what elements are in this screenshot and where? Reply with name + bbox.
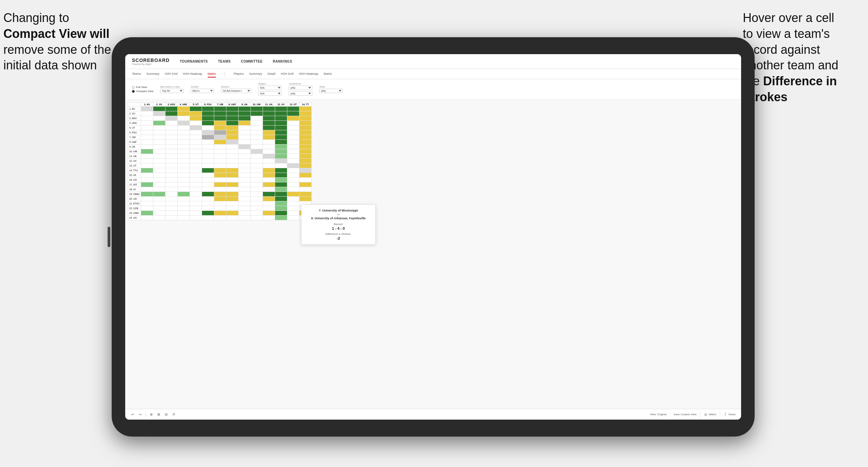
matrix-cell-8-0[interactable]: [141, 144, 153, 149]
matrix-cell-19-4[interactable]: [190, 197, 202, 201]
matrix-cell-6-7[interactable]: [226, 135, 238, 140]
matrix-cell-7-4[interactable]: [190, 140, 202, 144]
matrix-cell-15-13[interactable]: [299, 178, 311, 182]
matrix-cell-6-9[interactable]: [250, 135, 263, 140]
matrix-cell-22-7[interactable]: [226, 211, 238, 216]
conf-select1[interactable]: (All): [289, 86, 312, 90]
matrix-cell-13-13[interactable]: [299, 168, 311, 173]
matrix-cell-10-6[interactable]: [214, 154, 226, 159]
matrix-cell-21-5[interactable]: [202, 206, 214, 211]
matrix-cell-8-8[interactable]: [238, 144, 250, 149]
matrix-cell-10-1[interactable]: [153, 154, 165, 159]
matrix-cell-17-3[interactable]: [177, 187, 190, 192]
matrix-cell-9-6[interactable]: [214, 149, 226, 154]
matrix-cell-3-11[interactable]: [275, 121, 287, 126]
matrix-cell-21-6[interactable]: [214, 206, 226, 211]
matrix-cell-1-11[interactable]: [275, 111, 287, 116]
matrix-cell-9-1[interactable]: [153, 149, 165, 154]
matrix-cell-2-8[interactable]: [238, 116, 250, 121]
matrix-cell-13-9[interactable]: [250, 168, 263, 173]
matrix-cell-15-3[interactable]: [177, 178, 190, 182]
matrix-cell-16-7[interactable]: [226, 182, 238, 187]
watch-button[interactable]: ◎ Watch: [704, 413, 716, 417]
matrix-cell-19-6[interactable]: [214, 197, 226, 201]
matrix-cell-13-12[interactable]: [287, 168, 299, 173]
matrix-cell-3-3[interactable]: [177, 121, 190, 126]
matrix-cell-12-13[interactable]: [299, 163, 311, 168]
matrix-cell-14-12[interactable]: [287, 173, 299, 178]
matrix-cell-10-0[interactable]: [141, 154, 153, 159]
matrix-cell-9-5[interactable]: [202, 149, 214, 154]
matrix-cell-2-3[interactable]: [177, 116, 190, 121]
matrix-cell-17-4[interactable]: [190, 187, 202, 192]
matrix-cell-18-13[interactable]: [299, 192, 311, 197]
matrix-cell-17-9[interactable]: [250, 187, 263, 192]
matrix-cell-18-0[interactable]: [141, 192, 153, 197]
matrix-cell-5-5[interactable]: [202, 130, 214, 135]
matrix-cell-14-1[interactable]: [153, 173, 165, 178]
nav-committee[interactable]: COMMITTEE: [241, 58, 263, 65]
matrix-cell-3-0[interactable]: [141, 121, 153, 126]
matrix-cell-16-10[interactable]: [263, 182, 275, 187]
matrix-cell-1-9[interactable]: [250, 111, 263, 116]
matrix-cell-21-9[interactable]: [250, 206, 263, 211]
matrix-cell-7-0[interactable]: [141, 140, 153, 144]
matrix-cell-9-9[interactable]: [250, 149, 263, 154]
matrix-cell-4-11[interactable]: [275, 126, 287, 130]
matrix-cell-2-13[interactable]: [299, 116, 311, 121]
matrix-cell-19-3[interactable]: [177, 197, 190, 201]
matrix-cell-0-0[interactable]: [141, 107, 153, 111]
matrix-cell-15-2[interactable]: [165, 178, 177, 182]
matrix-cell-9-10[interactable]: [263, 149, 275, 154]
matrix-cell-18-5[interactable]: [202, 192, 214, 197]
matrix-cell-22-3[interactable]: [177, 211, 190, 216]
matrix-cell-11-7[interactable]: [226, 159, 238, 163]
tab-summary[interactable]: Summary: [147, 71, 160, 77]
matrix-cell-18-1[interactable]: [153, 192, 165, 197]
matrix-cell-9-4[interactable]: [190, 149, 202, 154]
matrix-cell-17-8[interactable]: [238, 187, 250, 192]
matrix-cell-1-3[interactable]: [177, 111, 190, 116]
compact-view-radio[interactable]: [132, 90, 135, 93]
matrix-cell-12-4[interactable]: [190, 163, 202, 168]
matrix-cell-21-11[interactable]: [275, 206, 287, 211]
matrix-cell-0-1[interactable]: [153, 107, 165, 111]
matrix-cell-12-5[interactable]: [202, 163, 214, 168]
matrix-cell-7-13[interactable]: [299, 140, 311, 144]
matrix-cell-4-1[interactable]: [153, 126, 165, 130]
matrix-cell-9-13[interactable]: [299, 149, 311, 154]
undo-button[interactable]: ↩: [131, 413, 135, 417]
matrix-cell-16-8[interactable]: [238, 182, 250, 187]
matrix-cell-0-5[interactable]: [202, 107, 214, 111]
matrix-cell-10-13[interactable]: [299, 154, 311, 159]
matrix-cell-20-5[interactable]: [202, 201, 214, 206]
matrix-cell-18-11[interactable]: [275, 192, 287, 197]
matrix-cell-1-6[interactable]: [214, 111, 226, 116]
matrix-cell-2-9[interactable]: [250, 116, 263, 121]
matrix-cell-22-10[interactable]: [263, 211, 275, 216]
matrix-cell-23-12[interactable]: [287, 216, 299, 220]
matrix-cell-3-4[interactable]: [190, 121, 202, 126]
region-select2[interactable]: N/A: [258, 91, 282, 96]
division-select[interactable]: NCAA Division I: [221, 89, 251, 93]
matrix-cell-7-9[interactable]: [250, 140, 263, 144]
matrix-cell-16-9[interactable]: [250, 182, 263, 187]
matrix-cell-11-10[interactable]: [263, 159, 275, 163]
matrix-cell-6-13[interactable]: [299, 135, 311, 140]
matrix-cell-9-11[interactable]: [275, 149, 287, 154]
matrix-cell-14-4[interactable]: [190, 173, 202, 178]
matrix-cell-15-11[interactable]: [275, 178, 287, 182]
team-select[interactable]: (All): [319, 89, 343, 93]
matrix-cell-11-9[interactable]: [250, 159, 263, 163]
matrix-cell-17-0[interactable]: [141, 187, 153, 192]
collapse-button[interactable]: ⊟: [164, 413, 168, 417]
matrix-cell-14-9[interactable]: [250, 173, 263, 178]
matrix-cell-18-10[interactable]: [263, 192, 275, 197]
matrix-cell-12-1[interactable]: [153, 163, 165, 168]
matrix-cell-22-6[interactable]: [214, 211, 226, 216]
matrix-cell-6-5[interactable]: [202, 135, 214, 140]
matrix-cell-13-8[interactable]: [238, 168, 250, 173]
matrix-cell-19-1[interactable]: [153, 197, 165, 201]
expand-button[interactable]: ⊞: [157, 413, 161, 417]
matrix-cell-11-6[interactable]: [214, 159, 226, 163]
